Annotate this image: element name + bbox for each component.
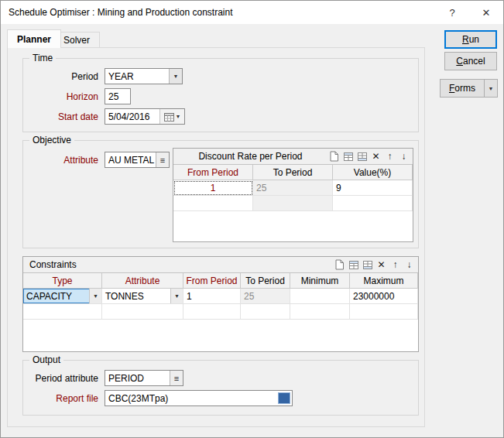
tab-planner-label: Planner — [17, 34, 51, 45]
start-date-value: 5/04/2016 — [105, 111, 159, 122]
append-row-button[interactable] — [361, 258, 374, 272]
horizon-input[interactable]: 25 — [105, 88, 131, 104]
constraints-grid-header: Type Attribute From Period To Period Min… — [23, 273, 418, 289]
start-date-row: Start date 5/04/2016 ▼ — [23, 108, 418, 125]
constraints-grid-titlebar: Constraints — [23, 257, 418, 273]
delete-row-button[interactable]: ✕ — [369, 150, 382, 163]
constraints-grid-title: Constraints — [23, 259, 333, 270]
move-up-icon: ↑ — [393, 260, 398, 269]
period-row: Period YEAR ▼ — [23, 68, 418, 84]
help-button[interactable]: ? — [435, 1, 469, 24]
run-button-label: Run — [462, 34, 479, 45]
cancel-button[interactable]: Cancel — [444, 52, 497, 70]
type-dropdown-button[interactable]: ▼ — [89, 289, 101, 303]
window-title: Schedule Optimiser : Mining and Producti… — [1, 7, 435, 18]
period-attribute-picker[interactable]: PERIOD ≡ — [105, 370, 183, 386]
period-attribute-list-button[interactable]: ≡ — [170, 371, 183, 385]
period-dropdown-button[interactable]: ▼ — [169, 69, 182, 84]
move-down-button[interactable]: ↓ — [397, 150, 410, 163]
attribute-dropdown-button[interactable]: ▼ — [170, 289, 183, 303]
constraint-attribute-cell[interactable] — [102, 304, 183, 320]
delete-row-button[interactable]: ✕ — [375, 258, 388, 272]
discount-grid-titlebar: Discount Rate per Period — [173, 149, 413, 165]
time-group: Time Period YEAR ▼ Horizon 25 Start date… — [22, 58, 419, 132]
constraint-from-period-cell[interactable]: 1 — [183, 289, 241, 304]
new-row-button[interactable] — [333, 258, 346, 272]
run-button[interactable]: Run — [444, 30, 497, 49]
attribute-list-button[interactable]: ≡ — [156, 152, 169, 167]
move-down-button[interactable]: ↓ — [403, 258, 416, 272]
constraint-from-period-cell[interactable] — [183, 304, 241, 320]
discount-from-period-cell[interactable]: 1 — [173, 180, 253, 196]
report-file-input[interactable]: CBC(23MTpa) — [105, 390, 293, 406]
tab-solver-label: Solver — [63, 35, 90, 46]
constraint-minimum-cell[interactable] — [290, 304, 350, 320]
objective-group-title: Objective — [29, 135, 74, 145]
horizon-value: 25 — [105, 91, 130, 102]
discount-grid-toolbar: ✕ ↑ ↓ — [327, 150, 413, 163]
constraint-maximum-cell[interactable]: 23000000 — [350, 289, 418, 304]
column-header-minimum: Minimum — [290, 273, 350, 289]
period-label: Period — [23, 71, 98, 82]
forms-button[interactable]: Forms — [440, 79, 485, 98]
forms-dropdown-button[interactable]: ▼ — [484, 79, 498, 98]
constraint-to-period-cell: 25 — [241, 289, 290, 304]
close-button[interactable]: ✕ — [469, 1, 503, 24]
report-file-browse-button[interactable] — [278, 392, 290, 404]
append-row-button[interactable] — [355, 150, 369, 163]
attribute-label: Attribute — [23, 155, 98, 166]
constraint-to-period-cell — [241, 304, 290, 320]
start-date-label: Start date — [23, 111, 98, 122]
table-row — [23, 304, 418, 320]
constraint-attribute-value: TONNES — [102, 291, 170, 302]
constraint-attribute-cell[interactable]: TONNES ▼ — [102, 289, 183, 304]
chevron-down-icon: ▼ — [173, 74, 179, 79]
append-row-icon — [362, 260, 373, 270]
move-up-button[interactable]: ↑ — [389, 258, 402, 272]
constraint-type-cell[interactable]: CAPACITY ▼ — [23, 289, 102, 304]
constraints-grid-empty-area — [23, 320, 418, 351]
report-file-value: CBC(23MTpa) — [105, 393, 278, 404]
list-icon: ≡ — [174, 374, 179, 383]
horizon-label: Horizon — [23, 91, 98, 102]
table-row: CAPACITY ▼ TONNES ▼ 1 25 23000000 — [23, 289, 418, 304]
start-date-input[interactable]: 5/04/2016 ▼ — [105, 108, 185, 125]
horizon-row: Horizon 25 — [23, 88, 418, 104]
tab-planner[interactable]: Planner — [7, 29, 61, 48]
constraint-maximum-cell[interactable] — [350, 304, 418, 320]
constraint-type-value: CAPACITY — [23, 291, 89, 302]
attribute-picker[interactable]: AU METAL ≡ — [105, 152, 170, 168]
chevron-down-icon: ▼ — [489, 86, 494, 91]
insert-row-icon — [343, 152, 354, 162]
discount-value-cell[interactable]: 9 — [333, 180, 413, 196]
new-page-icon — [334, 259, 345, 270]
constraint-type-cell[interactable] — [23, 304, 102, 320]
discount-rate-grid: Discount Rate per Period — [173, 148, 413, 242]
insert-row-button[interactable] — [347, 258, 360, 272]
objective-group: Objective Attribute AU METAL ≡ Discount … — [22, 140, 419, 248]
delete-row-icon: ✕ — [377, 260, 385, 269]
period-attribute-row: Period attribute PERIOD ≡ — [23, 370, 418, 386]
constraints-grid-toolbar: ✕ ↑ ↓ — [333, 258, 418, 272]
chevron-down-icon: ▼ — [176, 114, 181, 119]
table-row: 1 25 9 — [173, 180, 413, 196]
period-combobox[interactable]: YEAR ▼ — [105, 68, 183, 84]
titlebar: Schedule Optimiser : Mining and Producti… — [1, 1, 503, 24]
forms-button-label: Forms — [449, 83, 475, 94]
column-header-attribute: Attribute — [102, 273, 183, 289]
move-down-icon: ↓ — [402, 152, 406, 161]
output-group: Output Period attribute PERIOD ≡ Report … — [22, 360, 419, 416]
chevron-down-icon: ▼ — [174, 293, 180, 299]
column-header-from-period: From Period — [183, 273, 241, 289]
column-header-value: Value(%) — [333, 165, 413, 180]
discount-from-period-cell[interactable] — [173, 196, 253, 211]
move-up-button[interactable]: ↑ — [383, 150, 396, 163]
discount-value-cell[interactable] — [333, 196, 413, 211]
constraint-minimum-cell[interactable] — [290, 289, 350, 304]
table-row — [173, 196, 413, 211]
calendar-icon — [164, 112, 174, 121]
new-row-button[interactable] — [327, 150, 341, 163]
calendar-dropdown-button[interactable]: ▼ — [159, 109, 184, 124]
column-header-type: Type — [23, 273, 102, 289]
insert-row-button[interactable] — [341, 150, 355, 163]
